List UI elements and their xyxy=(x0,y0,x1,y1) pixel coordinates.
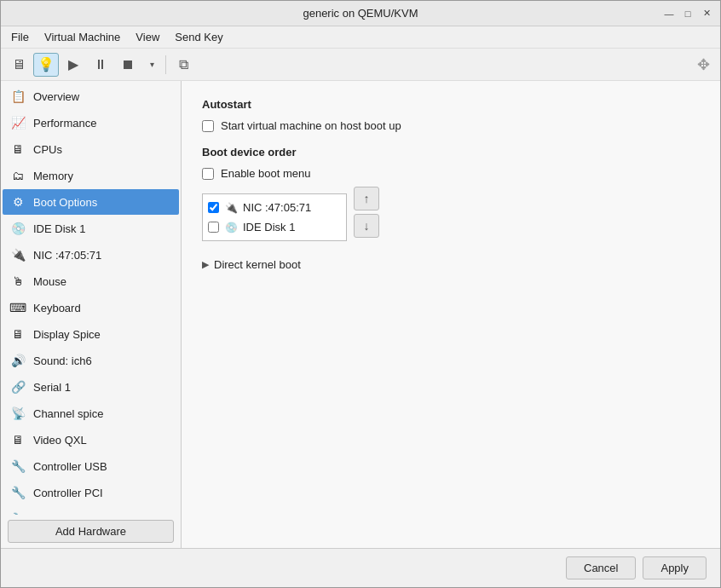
boot-device-ide: 💿 IDE Disk 1 xyxy=(203,217,346,237)
controller-usb-label: Controller USB xyxy=(33,460,107,473)
boot-options-icon: ⚙ xyxy=(9,193,26,210)
window-controls: — □ ✕ xyxy=(662,7,713,20)
direct-kernel-boot-row[interactable]: ▶ Direct kernel boot xyxy=(202,258,700,271)
boot-options-label: Boot Options xyxy=(33,196,97,209)
apply-button[interactable]: Apply xyxy=(643,556,707,579)
performance-label: Performance xyxy=(33,117,96,130)
direct-kernel-label: Direct kernel boot xyxy=(214,258,301,271)
controller-usb-icon: 🔧 xyxy=(9,458,26,475)
boot-device-list: 🔌 NIC :47:05:71 💿 IDE Disk 1 xyxy=(202,193,347,241)
ide-device-icon: 💿 xyxy=(224,222,238,233)
autostart-checkbox[interactable] xyxy=(202,120,214,132)
cancel-button[interactable]: Cancel xyxy=(566,556,636,579)
overview-label: Overview xyxy=(33,90,79,103)
display-spice-icon: 🖥 xyxy=(9,326,26,343)
memory-label: Memory xyxy=(33,170,73,182)
collapse-arrow-icon: ▶ xyxy=(202,259,209,270)
sidebar-item-controller-pci[interactable]: 🔧 Controller PCI xyxy=(3,480,179,505)
sidebar-item-nic[interactable]: 🔌 NIC :47:05:71 xyxy=(3,242,179,268)
memory-icon: 🗂 xyxy=(9,167,26,184)
window-title: generic on QEMU/KVM xyxy=(59,7,662,20)
autostart-row: Start virtual machine on host boot up xyxy=(202,119,700,132)
maximize-button[interactable]: □ xyxy=(681,7,695,20)
sidebar-list: 📋 Overview 📈 Performance 🖥 CPUs 🗂 Memory… xyxy=(1,81,181,515)
video-qxl-icon: 🖥 xyxy=(9,431,26,448)
nic-label: NIC :47:05:71 xyxy=(33,249,101,262)
minimize-button[interactable]: — xyxy=(662,7,676,20)
overview-icon: 📋 xyxy=(9,88,26,105)
ide-boot-checkbox[interactable] xyxy=(208,222,219,233)
close-button[interactable]: ✕ xyxy=(700,7,713,20)
toolbar: 🖥 💡 ▶ ⏸ ⏹ ▾ ⧉ ✥ xyxy=(1,49,720,81)
menu-send-key[interactable]: Send Key xyxy=(168,28,229,46)
menu-virtual-machine[interactable]: Virtual Machine xyxy=(37,28,127,46)
pause-button[interactable]: ⏸ xyxy=(88,53,113,77)
controller-pci-label: Controller PCI xyxy=(33,487,103,499)
controller-ide-icon: 🔧 xyxy=(9,510,26,515)
serial-icon: 🔗 xyxy=(9,378,26,395)
sidebar-item-overview[interactable]: 📋 Overview xyxy=(3,84,179,109)
sidebar-item-ide-disk-1[interactable]: 💿 IDE Disk 1 xyxy=(3,216,179,241)
boot-device-nic: 🔌 NIC :47:05:71 xyxy=(203,198,346,217)
ide-device-label: IDE Disk 1 xyxy=(243,221,295,233)
video-qxl-label: Video QXL xyxy=(33,434,87,447)
sidebar-item-memory[interactable]: 🗂 Memory xyxy=(3,163,179,188)
play-button[interactable]: ▶ xyxy=(61,53,86,77)
clone-button[interactable]: ⧉ xyxy=(170,53,196,77)
toolbar-separator-1 xyxy=(165,55,166,74)
menu-file[interactable]: File xyxy=(4,28,36,46)
display-spice-label: Display Spice xyxy=(33,328,101,341)
sidebar-item-serial-1[interactable]: 🔗 Serial 1 xyxy=(3,374,179,400)
autostart-label[interactable]: Start virtual machine on host boot up xyxy=(221,119,401,132)
nic-device-label: NIC :47:05:71 xyxy=(243,201,311,214)
keyboard-icon: ⌨ xyxy=(9,299,26,316)
menubar: File Virtual Machine View Send Key xyxy=(1,26,720,49)
move-up-button[interactable]: ↑ xyxy=(354,187,379,210)
footer: Cancel Apply xyxy=(1,548,720,587)
keyboard-label: Keyboard xyxy=(33,302,81,314)
sound-label: Sound: ich6 xyxy=(33,355,92,367)
menu-view[interactable]: View xyxy=(129,28,166,46)
serial-label: Serial 1 xyxy=(33,381,71,394)
titlebar: generic on QEMU/KVM — □ ✕ xyxy=(1,1,720,26)
boot-device-arrows: ↑ ↓ xyxy=(354,187,379,238)
sidebar-item-keyboard[interactable]: ⌨ Keyboard xyxy=(3,295,179,320)
sidebar-item-video-qxl[interactable]: 🖥 Video QXL xyxy=(3,427,179,453)
enable-boot-menu-row: Enable boot menu xyxy=(202,167,700,180)
sidebar-item-cpus[interactable]: 🖥 CPUs xyxy=(3,136,179,162)
details-button[interactable]: 💡 xyxy=(33,53,59,77)
add-hardware-button[interactable]: Add Hardware xyxy=(8,520,174,543)
nic-icon: 🔌 xyxy=(9,246,26,263)
sidebar-item-display-spice[interactable]: 🖥 Display Spice xyxy=(3,321,179,347)
sidebar: 📋 Overview 📈 Performance 🖥 CPUs 🗂 Memory… xyxy=(1,81,182,548)
controller-pci-icon: 🔧 xyxy=(9,484,26,501)
sidebar-item-controller-ide[interactable]: 🔧 Controller IDE xyxy=(3,506,179,515)
mouse-icon: 🖱 xyxy=(9,273,26,290)
enable-boot-menu-checkbox[interactable] xyxy=(202,168,214,180)
ide-disk-label: IDE Disk 1 xyxy=(33,222,85,235)
monitor-button[interactable]: 🖥 xyxy=(6,53,32,77)
boot-device-area: 🔌 NIC :47:05:71 💿 IDE Disk 1 ↑ ↓ xyxy=(202,187,700,241)
mouse-label: Mouse xyxy=(33,275,66,288)
main-area: 📋 Overview 📈 Performance 🖥 CPUs 🗂 Memory… xyxy=(1,81,720,548)
nic-boot-checkbox[interactable] xyxy=(208,202,219,213)
boot-device-title: Boot device order xyxy=(202,146,700,159)
sound-icon: 🔊 xyxy=(9,352,26,369)
sidebar-item-mouse[interactable]: 🖱 Mouse xyxy=(3,268,179,294)
stop-button[interactable]: ⏹ xyxy=(115,53,141,77)
cpus-icon: 🖥 xyxy=(9,141,26,158)
sidebar-item-boot-options[interactable]: ⚙ Boot Options xyxy=(3,189,179,215)
nic-device-icon: 🔌 xyxy=(224,202,238,214)
sidebar-item-channel-spice[interactable]: 📡 Channel spice xyxy=(3,401,179,426)
move-down-button[interactable]: ↓ xyxy=(354,214,379,238)
autostart-title: Autostart xyxy=(202,98,700,111)
cpus-label: CPUs xyxy=(33,143,62,156)
sidebar-item-sound[interactable]: 🔊 Sound: ich6 xyxy=(3,348,179,373)
power-dropdown[interactable]: ▾ xyxy=(142,53,161,77)
channel-spice-icon: 📡 xyxy=(9,405,26,422)
sidebar-item-controller-usb[interactable]: 🔧 Controller USB xyxy=(3,453,179,479)
enable-boot-menu-label[interactable]: Enable boot menu xyxy=(221,167,311,180)
content-panel: Autostart Start virtual machine on host … xyxy=(182,81,720,548)
sidebar-item-performance[interactable]: 📈 Performance xyxy=(3,110,179,135)
fullscreen-button[interactable]: ✥ xyxy=(691,53,715,77)
